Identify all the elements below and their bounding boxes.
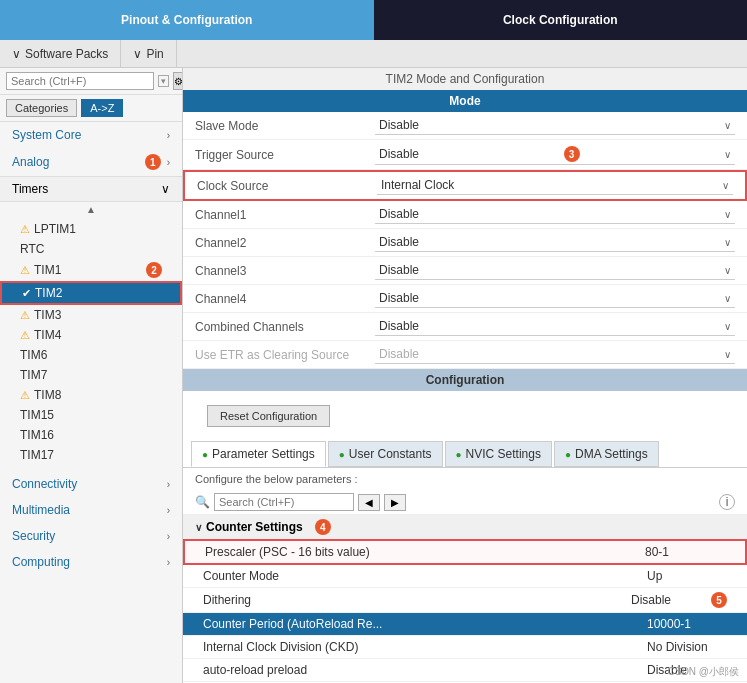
warning-icon-tim1: ⚠ [20, 264, 30, 277]
pin-item[interactable]: ∨ Pin [121, 40, 176, 67]
scroll-up-button[interactable]: ▲ [86, 204, 96, 215]
param-name-ckd: Internal Clock Division (CKD) [203, 640, 647, 654]
param-value-dithering: Disable [631, 593, 711, 607]
timer-item-tim2[interactable]: ✔ TIM2 [0, 281, 182, 305]
software-packs-item[interactable]: ∨ Software Packs [0, 40, 121, 67]
timer-label-tim17: TIM17 [20, 448, 54, 462]
trigger-source-row: Trigger Source Disable 3 ∨ [183, 140, 747, 170]
channel4-arrow: ∨ [724, 293, 731, 304]
trigger-source-label: Trigger Source [195, 148, 375, 162]
etr-label: Use ETR as Clearing Source [195, 348, 375, 362]
sidebar-item-multimedia[interactable]: Multimedia › [0, 497, 182, 523]
check-icon-user: ● [339, 449, 345, 460]
timer-item-tim3[interactable]: ⚠ TIM3 [0, 305, 182, 325]
tab-nvic-settings[interactable]: ● NVIC Settings [445, 441, 552, 467]
param-value-counter-mode: Up [647, 569, 727, 583]
slave-mode-select[interactable]: Disable ∨ [375, 116, 735, 135]
trigger-source-select[interactable]: Disable 3 ∨ [375, 144, 735, 165]
timer-label-tim4: TIM4 [34, 328, 61, 342]
slave-mode-value: Disable [379, 118, 419, 132]
gear-icon[interactable]: ⚙ [173, 72, 183, 90]
timer-item-lptim1[interactable]: ⚠ LPTIM1 [0, 219, 182, 239]
timer-item-tim1[interactable]: ⚠ TIM1 2 [0, 259, 182, 281]
timer-item-tim7[interactable]: TIM7 [0, 365, 182, 385]
sidebar-item-computing[interactable]: Computing › [0, 549, 182, 575]
reset-configuration-button[interactable]: Reset Configuration [207, 405, 330, 427]
chevron-down-icon-2: ∨ [133, 47, 142, 61]
computing-label: Computing [12, 555, 70, 569]
chevron-right-icon-mm: › [167, 505, 170, 516]
timer-item-tim15[interactable]: TIM15 [0, 405, 182, 425]
info-icon: i [719, 494, 735, 510]
timer-item-rtc[interactable]: RTC [0, 239, 182, 259]
combined-select[interactable]: Disable ∨ [375, 317, 735, 336]
etr-arrow: ∨ [724, 349, 731, 360]
dithering-badge: 5 [711, 592, 727, 608]
param-row-counter-period[interactable]: Counter Period (AutoReload Re... 10000-1 [183, 613, 747, 636]
prev-button[interactable]: ◀ [358, 494, 380, 511]
watermark: CSDN @小郎侯 [668, 665, 739, 679]
main-layout: ▾ ⚙ Categories A->Z System Core › Analog… [0, 68, 747, 683]
params-search-row: 🔍 ◀ ▶ i [183, 490, 747, 515]
counter-toggle-icon[interactable]: ∨ [195, 522, 202, 533]
param-row-autoreload[interactable]: auto-reload preload Disable [183, 659, 747, 682]
sidebar-item-analog[interactable]: Analog 1 › [0, 148, 182, 176]
timer-item-tim17[interactable]: TIM17 [0, 445, 182, 465]
sidebar-item-security[interactable]: Security › [0, 523, 182, 549]
tab-user-constants[interactable]: ● User Constants [328, 441, 443, 467]
params-search-input[interactable] [214, 493, 354, 511]
sidebar-item-system-core[interactable]: System Core › [0, 122, 182, 148]
check-icon-tim2: ✔ [22, 287, 31, 300]
param-row-dithering[interactable]: Dithering Disable 5 [183, 588, 747, 613]
timer-item-tim16[interactable]: TIM16 [0, 425, 182, 445]
pin-label: Pin [146, 47, 163, 61]
section-title: TIM2 Mode and Configuration [183, 68, 747, 90]
search-input[interactable] [6, 72, 154, 90]
params-label: Configure the below parameters : [183, 468, 747, 490]
tab-dma-settings[interactable]: ● DMA Settings [554, 441, 659, 467]
az-tab[interactable]: A->Z [81, 99, 123, 117]
param-row-counter-mode[interactable]: Counter Mode Up [183, 565, 747, 588]
user-tab-label: User Constants [349, 447, 432, 461]
combined-arrow: ∨ [724, 321, 731, 332]
categories-tab[interactable]: Categories [6, 99, 77, 117]
channel1-value: Disable [379, 207, 419, 221]
trigger-badge: 3 [564, 146, 580, 162]
channel1-select[interactable]: Disable ∨ [375, 205, 735, 224]
clock-source-select[interactable]: Internal Clock ∨ [377, 176, 733, 195]
top-header: Pinout & Configuration Clock Configurati… [0, 0, 747, 40]
timer-item-tim6[interactable]: TIM6 [0, 345, 182, 365]
param-name-autoreload: auto-reload preload [203, 663, 647, 677]
channel3-row: Channel3 Disable ∨ [183, 257, 747, 285]
channel4-select[interactable]: Disable ∨ [375, 289, 735, 308]
chevron-down-icon-timers: ∨ [161, 182, 170, 196]
pinout-tab[interactable]: Pinout & Configuration [0, 0, 374, 40]
dropdown-arrow: ▾ [158, 75, 169, 87]
sub-header: ∨ Software Packs ∨ Pin [0, 40, 747, 68]
etr-value: Disable [379, 347, 419, 361]
timer-item-tim4[interactable]: ⚠ TIM4 [0, 325, 182, 345]
timer-item-tim8[interactable]: ⚠ TIM8 [0, 385, 182, 405]
content-area: TIM2 Mode and Configuration Mode Slave M… [183, 68, 747, 683]
channel2-arrow: ∨ [724, 237, 731, 248]
timers-header[interactable]: Timers ∨ [0, 176, 182, 202]
param-row-ckd[interactable]: Internal Clock Division (CKD) No Divisio… [183, 636, 747, 659]
channel1-label: Channel1 [195, 208, 375, 222]
param-name-prescaler: Prescaler (PSC - 16 bits value) [205, 545, 645, 559]
clock-tab[interactable]: Clock Configuration [374, 0, 748, 40]
system-core-label: System Core [12, 128, 81, 142]
param-row-prescaler[interactable]: Prescaler (PSC - 16 bits value) 80-1 [183, 539, 747, 565]
channel3-select[interactable]: Disable ∨ [375, 261, 735, 280]
clock-source-row: Clock Source Internal Clock ∨ [183, 170, 747, 201]
counter-settings-label: Counter Settings [206, 520, 303, 534]
next-button[interactable]: ▶ [384, 494, 406, 511]
channel2-select[interactable]: Disable ∨ [375, 233, 735, 252]
timers-label: Timers [12, 182, 48, 196]
sidebar-item-connectivity[interactable]: Connectivity › [0, 471, 182, 497]
param-name-counter-mode: Counter Mode [203, 569, 647, 583]
slave-mode-row: Slave Mode Disable ∨ [183, 112, 747, 140]
search-icon: 🔍 [195, 495, 210, 509]
tab-parameter-settings[interactable]: ● Parameter Settings [191, 441, 326, 467]
check-icon-dma: ● [565, 449, 571, 460]
combined-label: Combined Channels [195, 320, 375, 334]
